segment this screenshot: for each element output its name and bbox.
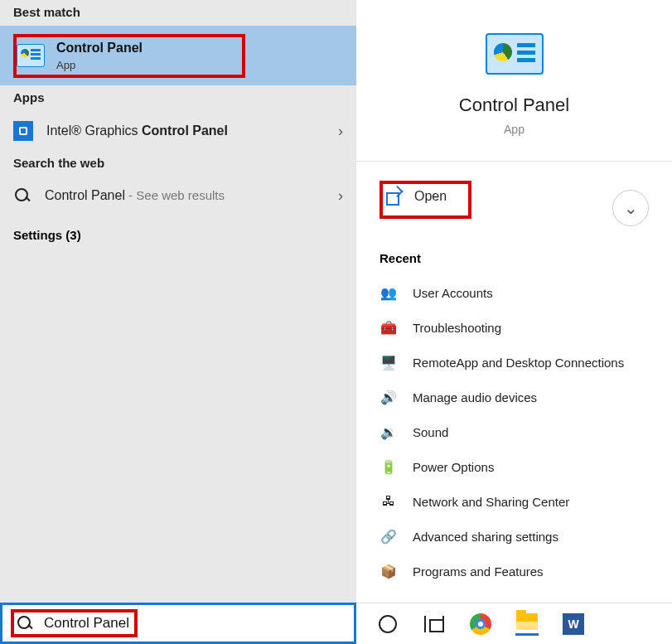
cortana-icon[interactable] (376, 613, 399, 636)
annotation-best-match: Control Panel App (13, 34, 245, 78)
power-icon: 🔋 (380, 458, 398, 476)
best-match-title: Control Panel (56, 41, 143, 56)
web-result-item[interactable]: Control Panel - See web results › (0, 177, 356, 215)
apps-header: Apps (0, 85, 356, 111)
annotation-search: Control Panel (11, 609, 138, 637)
recent-item-troubleshooting[interactable]: 🧰Troubleshooting (371, 310, 657, 345)
apps-item-intel-graphics[interactable]: Intel® Graphics Control Panel › (0, 111, 356, 151)
search-web-header: Search the web (0, 151, 356, 177)
preview-subtitle: App (504, 123, 525, 136)
recent-item-remoteapp[interactable]: 🖥️RemoteApp and Desktop Connections (371, 345, 657, 380)
chrome-icon[interactable] (469, 613, 492, 636)
remoteapp-icon: 🖥️ (380, 353, 398, 371)
apps-item-label: Intel® Graphics Control Panel (46, 123, 228, 138)
troubleshooting-icon: 🧰 (380, 318, 398, 337)
search-icon (13, 186, 31, 205)
taskbar: W (356, 603, 672, 644)
search-input-text[interactable]: Control Panel (44, 615, 129, 632)
recent-item-advanced-sharing[interactable]: 🔗Advanced sharing settings (371, 519, 657, 554)
best-match-item[interactable]: Control Panel App (0, 26, 356, 85)
annotation-open: Open (380, 181, 471, 219)
sound-icon: 🔉 (380, 423, 398, 441)
search-icon (16, 614, 34, 632)
recent-item-network-sharing[interactable]: 🖧Network and Sharing Center (371, 484, 657, 519)
chevron-right-icon[interactable]: › (338, 123, 343, 140)
audio-icon: 🔊 (380, 388, 398, 406)
taskbar-search-box[interactable]: Control Panel (0, 603, 356, 644)
search-results-panel: Best match Control Panel App Apps Intel®… (0, 0, 356, 603)
chevron-right-icon[interactable]: › (338, 187, 343, 205)
expand-button[interactable]: ⌄ (612, 190, 649, 226)
recent-item-user-accounts[interactable]: 👥User Accounts (371, 275, 657, 310)
best-match-subtitle: App (56, 59, 143, 71)
web-result-label: Control Panel - See web results (45, 188, 225, 203)
recent-item-audio-devices[interactable]: 🔊Manage audio devices (371, 380, 657, 414)
best-match-header: Best match (0, 0, 356, 26)
preview-hero: Control Panel App (356, 17, 672, 161)
file-explorer-icon[interactable] (515, 613, 539, 636)
settings-category[interactable]: Settings (3) (0, 215, 356, 255)
recent-header: Recent (356, 245, 672, 275)
open-icon (386, 189, 401, 204)
recent-item-sound[interactable]: 🔉Sound (371, 414, 657, 449)
recent-item-power-options[interactable]: 🔋Power Options (371, 449, 657, 484)
programs-icon: 📦 (380, 562, 398, 580)
control-panel-icon (17, 44, 45, 67)
recent-item-programs-features[interactable]: 📦Programs and Features (371, 554, 657, 588)
task-view-icon[interactable] (423, 613, 446, 636)
intel-graphics-icon (13, 121, 33, 141)
sharing-icon: 🔗 (380, 527, 398, 545)
preview-title: Control Panel (459, 94, 569, 116)
word-icon[interactable]: W (562, 613, 585, 636)
user-accounts-icon: 👥 (380, 283, 398, 302)
control-panel-icon (486, 33, 544, 75)
open-action[interactable]: Open (414, 189, 447, 204)
preview-panel: Control Panel App Open ⌄ Recent 👥User Ac… (356, 0, 672, 603)
network-icon: 🖧 (380, 492, 398, 511)
recent-list: 👥User Accounts 🧰Troubleshooting 🖥️Remote… (356, 275, 672, 588)
